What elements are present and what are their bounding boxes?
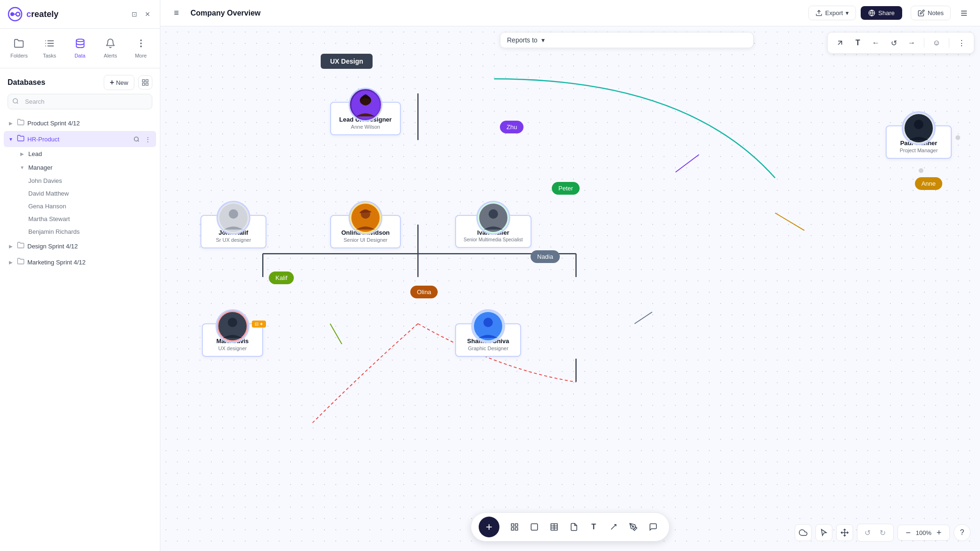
settings-button[interactable] (955, 5, 972, 22)
list-item-gena-hanson[interactable]: Gena Hanson (25, 200, 156, 213)
manager-children: John Davies David Matthew Gena Hanson Ma… (15, 174, 156, 238)
window-controls: ⊡ ✕ (130, 9, 152, 19)
more-vert-tool[interactable]: ⋮ (954, 35, 969, 50)
list-item-john-davies[interactable]: John Davies (25, 174, 156, 187)
rectangle-tool[interactable] (526, 518, 543, 535)
notes-button[interactable]: Notes (911, 6, 951, 20)
nav-folders[interactable]: Folders (4, 34, 34, 62)
tree-item-design-sprint[interactable]: ▶ Design Sprint 4/12 (4, 238, 156, 254)
more-icon (136, 38, 146, 51)
hamburger-button[interactable]: ≡ (168, 5, 185, 22)
undo-button[interactable]: ↺ (861, 526, 874, 539)
john-role: Sr UX designer (209, 237, 258, 243)
search-input[interactable] (8, 94, 152, 109)
fab-add-button[interactable]: + (479, 517, 499, 537)
tree-label-hr-product: HR-Product (27, 136, 129, 143)
frames-tool[interactable] (506, 518, 523, 535)
node-john-kalif[interactable]: John Kalif Sr UX designer (200, 201, 266, 248)
plus-icon: + (110, 78, 114, 87)
zoom-out-button[interactable]: − (903, 527, 914, 538)
sticky-note-tool[interactable] (565, 518, 582, 535)
svg-rect-56 (511, 524, 514, 526)
sub-item-manager[interactable]: ▼ Manager (15, 161, 156, 174)
zoom-in-button[interactable]: + (933, 527, 945, 538)
sidebar-header: creately ⊡ ✕ (0, 0, 160, 29)
svg-line-19 (17, 102, 18, 104)
cursor-button[interactable] (815, 524, 832, 541)
new-button[interactable]: + New (104, 75, 134, 90)
diagonal-arrow-tool[interactable] (832, 35, 847, 50)
maximize-button[interactable]: ⊡ (130, 9, 139, 19)
refresh-tool[interactable]: ↺ (886, 35, 901, 50)
databases-header: Databases + New (0, 68, 160, 94)
node-mark-davis[interactable]: ⊟ ✦ Mark Davis UX designer (202, 309, 263, 357)
tree-item-product-sprint[interactable]: ▶ Product Sprint 4/12 (4, 115, 156, 131)
node-paul-thinner[interactable]: Paul Thinner Project Manager (886, 111, 952, 159)
bubble-peter[interactable]: Peter (552, 182, 580, 195)
reports-to-dropdown[interactable]: Reports to ▾ (500, 32, 754, 48)
cloud-button[interactable] (795, 524, 812, 541)
node-ivan-muller[interactable]: Ivan Muller Senior Multimedia Specialist (455, 201, 532, 248)
john-avatar (219, 204, 248, 232)
ivan-avatar (479, 204, 507, 232)
comment-tool[interactable] (645, 518, 662, 535)
search-in-folder-button[interactable] (132, 134, 141, 144)
chevron-icon-marketing: ▶ (8, 259, 14, 265)
line-tool[interactable] (605, 518, 622, 535)
node-onlina-davidson[interactable]: Onlina Davidson Senior UI Designer (330, 201, 401, 248)
tree-actions-hr-product: ⋮ (132, 134, 152, 144)
export-button[interactable]: Export ▾ (808, 6, 856, 20)
connector-divider (924, 38, 924, 48)
nav-tasks[interactable]: Tasks (34, 34, 65, 62)
svg-line-37 (635, 312, 652, 324)
bubble-kalif[interactable]: Kalif (269, 271, 294, 284)
arrow-right-tool[interactable]: → (904, 35, 919, 50)
tree-label-design-sprint: Design Sprint 4/12 (27, 243, 152, 250)
nav-alerts[interactable]: Alerts (95, 34, 126, 62)
bubble-anne[interactable]: Anne (915, 177, 942, 190)
more-label: More (135, 53, 147, 58)
svg-point-53 (483, 318, 493, 327)
redo-button[interactable]: ↻ (876, 526, 889, 539)
close-button[interactable]: ✕ (143, 9, 152, 19)
share-button[interactable]: Share (861, 6, 902, 20)
layout-button[interactable] (138, 75, 152, 90)
emoji-tool-btn[interactable]: ☺ (929, 35, 944, 50)
canvas-area[interactable]: Reports to ▾ T ← ↺ → ☺ ⋮ UX Design (160, 26, 980, 551)
more-options-button[interactable]: ⋮ (143, 134, 152, 144)
alerts-label: Alerts (104, 53, 117, 58)
nav-data[interactable]: Data (65, 34, 95, 62)
node-anne-wilson[interactable]: Lead UX Designer Anne Wilson (330, 88, 401, 135)
move-button[interactable] (836, 524, 853, 541)
tree-item-hr-product[interactable]: ▼ HR-Product ⋮ (4, 131, 156, 147)
tree-label-marketing-sprint: Marketing Sprint 4/12 (27, 259, 152, 266)
svg-line-40 (838, 41, 842, 45)
alerts-icon (105, 38, 116, 51)
mark-avatar (218, 312, 247, 340)
pen-tool[interactable] (625, 518, 642, 535)
sub-item-lead[interactable]: ▶ Lead (15, 147, 156, 161)
list-item-david-matthew[interactable]: David Matthew (25, 187, 156, 200)
bubble-olina[interactable]: Olina (410, 286, 438, 298)
arrow-left-tool[interactable]: ← (868, 35, 883, 50)
nav-more[interactable]: More (125, 34, 156, 62)
help-button[interactable]: ? (954, 524, 971, 541)
data-label: Data (75, 53, 85, 58)
bubble-zhu[interactable]: Zhu (500, 121, 523, 133)
svg-line-21 (138, 140, 139, 141)
chevron-down-icon: ▼ (8, 136, 14, 142)
ux-design-box[interactable]: UX Design (321, 54, 373, 69)
tree-item-marketing-sprint[interactable]: ▶ Marketing Sprint 4/12 (4, 254, 156, 270)
text-tool-btn[interactable]: T (850, 35, 865, 50)
doc-title: Company Overview (191, 9, 261, 17)
zoom-controls: − 100% + (897, 525, 950, 541)
creately-logo-icon (8, 7, 23, 22)
folders-label: Folders (10, 53, 28, 58)
node-shamen-shiva[interactable]: Shamen Shiva Graphic Designer (455, 309, 521, 357)
table-tool[interactable] (546, 518, 563, 535)
list-item-martha-stewart[interactable]: Martha Stewart (25, 213, 156, 225)
text-tool[interactable]: T (585, 518, 602, 535)
list-item-benjamin-richards[interactable]: Benjamin Richards (25, 225, 156, 238)
ivan-role: Senior Multimedia Specialist (464, 237, 523, 242)
bubble-nadia[interactable]: Nadia (531, 250, 560, 263)
